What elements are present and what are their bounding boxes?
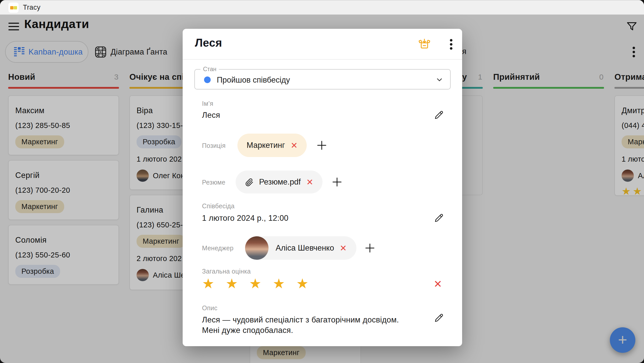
remove-resume-icon[interactable]: ✕ [306,177,313,187]
edit-interview-icon[interactable] [434,213,444,223]
state-select[interactable]: Стан Пройшов співбесіду [194,69,451,89]
add-position-icon[interactable] [316,139,328,151]
rating-stars[interactable]: ★★★★★ [202,276,308,292]
name-label: Ім’я [202,100,213,107]
archive-box-icon[interactable] [418,37,431,51]
manager-label: Менеджер [202,244,234,252]
candidate-name-title: Леся [195,36,222,49]
clear-rating-icon[interactable]: ✕ [434,278,442,290]
state-dot [204,76,211,83]
resume-chip[interactable]: Резюме.pdf ✕ [236,171,323,193]
name-value: Леся [202,111,220,120]
app-window: Tracy Кандидати Kanban-дошка Діаграма Ґа… [0,0,644,363]
state-value: Пройшов співбесіду [217,75,290,85]
remove-position-icon[interactable]: ✕ [291,140,298,150]
dialog-more-icon[interactable] [446,38,456,50]
add-resume-icon[interactable] [331,176,343,188]
manager-chip-label: Аліса Шевченко [276,243,334,253]
position-label: Позиція [202,142,226,149]
state-label: Стан [200,66,219,73]
star-icon[interactable]: ★ [225,276,238,292]
position-chip[interactable]: Маркетинг ✕ [237,134,307,157]
dialog-header: Леся [183,29,462,60]
edit-description-icon[interactable] [434,313,444,323]
star-icon[interactable]: ★ [296,276,308,292]
chevron-down-icon [435,76,444,84]
position-chip-label: Маркетинг [247,141,285,150]
description-value: Леся — чудовий спеціаліст з багаторічним… [202,315,399,335]
interview-value: 1 лютого 2024 р., 12:00 [202,214,288,223]
titlebar: Tracy [0,0,644,15]
candidate-dialog: Леся Стан Пройшов співбесіду [183,29,462,346]
resume-label: Резюме [202,179,225,186]
remove-manager-icon[interactable]: ✕ [340,243,347,253]
edit-name-icon[interactable] [434,110,444,120]
rating-label: Загальна оцінка [202,268,251,275]
star-icon[interactable]: ★ [273,276,285,292]
app-name: Tracy [23,4,41,11]
manager-avatar [245,236,269,260]
description-label: Опис [202,304,218,312]
star-icon[interactable]: ★ [249,276,261,292]
manager-chip[interactable]: Аліса Шевченко ✕ [245,236,356,260]
add-manager-icon[interactable] [364,242,376,254]
resume-chip-label: Резюме.pdf [259,177,301,187]
app-logo [8,3,19,13]
paperclip-icon [245,177,254,187]
interview-label: Співбесіда [202,202,235,210]
star-icon[interactable]: ★ [202,276,214,292]
